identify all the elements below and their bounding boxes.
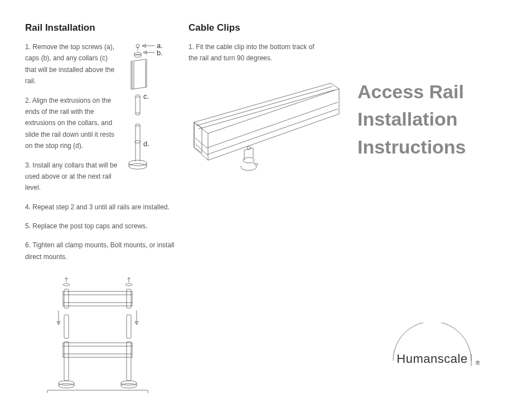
registered-mark: ® [476,360,480,366]
title-line-3: Instructions [357,133,507,161]
clips-step-1: 1. Fit the cable clip into the bottom tr… [188,41,317,64]
svg-line-63 [195,143,207,155]
rail-step-3: 3. Install any collars that will be used… [25,160,118,194]
rail-step-5: 5. Replace the post top caps and screws. [25,221,175,232]
svg-rect-34 [63,291,132,306]
clips-heading: Cable Clips [188,22,346,33]
svg-point-53 [121,384,137,388]
rail-heading: Rail Installation [25,22,175,33]
rail-step-6: 6. Tighten all clamp mounts, Bolt mounts… [25,239,175,262]
svg-rect-46 [64,342,69,381]
svg-rect-32 [64,289,69,308]
svg-point-13 [136,113,140,115]
svg-point-30 [63,284,70,286]
rail-post-diagram: a. b. c. d. [119,41,175,178]
svg-point-21 [129,164,147,169]
label-b: b. [157,49,163,57]
svg-point-49 [59,384,74,388]
rail-assembly-diagram [42,276,153,396]
svg-rect-47 [127,342,131,381]
label-c: c. [143,92,149,100]
svg-rect-33 [127,289,131,308]
svg-point-52 [121,381,137,385]
rail-step-4: 4. Repeat step 2 and 3 until all rails a… [25,202,175,213]
svg-point-18 [129,160,147,166]
svg-line-64 [207,109,338,155]
svg-point-65 [243,157,254,163]
main-title: Access Rail Installation Instructions [357,78,507,161]
svg-line-60 [199,90,335,129]
svg-point-14 [136,124,140,126]
svg-rect-41 [64,315,69,338]
rail-step-1: 1. Remove the top screws (a), caps (b), … [25,41,118,87]
title-line-2: Installation [357,106,507,133]
svg-point-10 [136,95,140,97]
svg-point-31 [125,284,132,286]
cable-clip-diagram [188,78,345,178]
brand-name: Humanscale [396,352,467,366]
svg-point-0 [136,44,139,47]
humanscale-logo: Humanscale ® [376,323,488,373]
label-d: d. [143,140,149,148]
svg-point-48 [59,381,74,385]
svg-line-61 [195,138,207,148]
svg-line-59 [196,87,332,126]
rail-step-2: 2. Align the extrusions on the ends of t… [25,95,118,152]
svg-line-62 [207,102,338,148]
svg-marker-67 [254,163,258,166]
svg-point-17 [135,141,141,143]
svg-rect-42 [127,315,131,338]
svg-rect-43 [63,343,132,357]
title-line-1: Access Rail [357,78,507,106]
